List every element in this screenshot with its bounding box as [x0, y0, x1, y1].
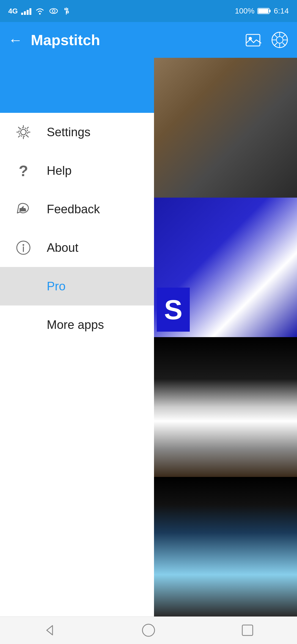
pro-label: Pro: [47, 279, 65, 293]
svg-rect-7: [67, 11, 68, 13]
settings-label: Settings: [47, 125, 90, 139]
camera-icon[interactable]: [271, 31, 289, 49]
photo-cell-2: S: [154, 198, 297, 337]
menu-item-feedback[interactable]: Feedback: [0, 190, 154, 228]
svg-point-0: [39, 13, 41, 15]
recent-nav-button[interactable]: [237, 620, 258, 642]
svg-rect-11: [246, 34, 260, 46]
svg-point-14: [276, 37, 283, 43]
nav-bar: [0, 616, 297, 644]
eye-icon: [48, 7, 59, 15]
svg-point-23: [21, 129, 26, 135]
gallery-icon[interactable]: [245, 31, 263, 49]
pro-icon-placeholder: [14, 277, 33, 296]
clock: 6:14: [274, 7, 289, 15]
photo-cell-1: [154, 58, 297, 198]
signal-bars: [21, 7, 31, 15]
status-bar: 4G 100%: [0, 0, 297, 22]
battery-percent: 100%: [235, 7, 255, 15]
drawer-header: [0, 58, 154, 113]
back-button[interactable]: ←: [8, 32, 23, 48]
menu-item-more-apps[interactable]: More apps: [0, 305, 154, 344]
feedback-icon: [14, 200, 33, 219]
svg-line-19: [274, 34, 277, 37]
signal-bar-2: [24, 11, 26, 15]
svg-point-30: [142, 624, 155, 636]
photo-cell-4: [154, 477, 297, 617]
signal-type: 4G: [8, 7, 18, 15]
svg-marker-29: [47, 626, 53, 635]
feedback-label: Feedback: [47, 202, 100, 216]
svg-rect-31: [242, 625, 253, 635]
menu-item-about[interactable]: About: [0, 228, 154, 267]
menu-list: Settings ? Help Feed: [0, 113, 154, 616]
content-area: Settings ? Help Feed: [0, 58, 297, 616]
svg-line-21: [282, 34, 285, 37]
photo-cell-3: [154, 337, 297, 477]
help-icon: ?: [14, 161, 33, 180]
svg-line-20: [282, 43, 285, 46]
help-label: Help: [47, 164, 72, 178]
usb-icon: [62, 7, 70, 15]
more-apps-label: More apps: [47, 318, 104, 332]
app-title: Mapstitch: [31, 31, 245, 48]
svg-rect-9: [258, 9, 268, 13]
battery-icon: [257, 7, 271, 15]
app-bar-actions: [245, 31, 289, 49]
signal-bar-4: [29, 8, 31, 15]
menu-item-pro[interactable]: Pro: [0, 267, 154, 305]
about-icon: [14, 238, 33, 257]
svg-point-2: [52, 10, 55, 12]
status-right: 100% 6:14: [235, 7, 289, 15]
svg-rect-25: [20, 208, 21, 211]
about-label: About: [47, 241, 78, 255]
photo-grid: S: [154, 58, 297, 616]
home-nav-button[interactable]: [138, 620, 160, 642]
settings-icon: [14, 122, 33, 142]
svg-rect-10: [269, 10, 271, 12]
signal-bar-3: [27, 10, 29, 15]
signal-bar-1: [21, 13, 23, 15]
back-nav-button[interactable]: [38, 620, 61, 642]
navigation-drawer: Settings ? Help Feed: [0, 58, 154, 616]
wifi-icon: [35, 7, 45, 15]
svg-point-1: [50, 9, 57, 13]
app-bar: ← Mapstitch: [0, 22, 297, 58]
menu-item-settings[interactable]: Settings: [0, 113, 154, 151]
svg-point-27: [23, 244, 24, 246]
status-left: 4G: [8, 7, 70, 15]
menu-item-help[interactable]: ? Help: [0, 151, 154, 190]
svg-line-22: [274, 43, 277, 46]
more-apps-icon-placeholder: [14, 315, 33, 334]
